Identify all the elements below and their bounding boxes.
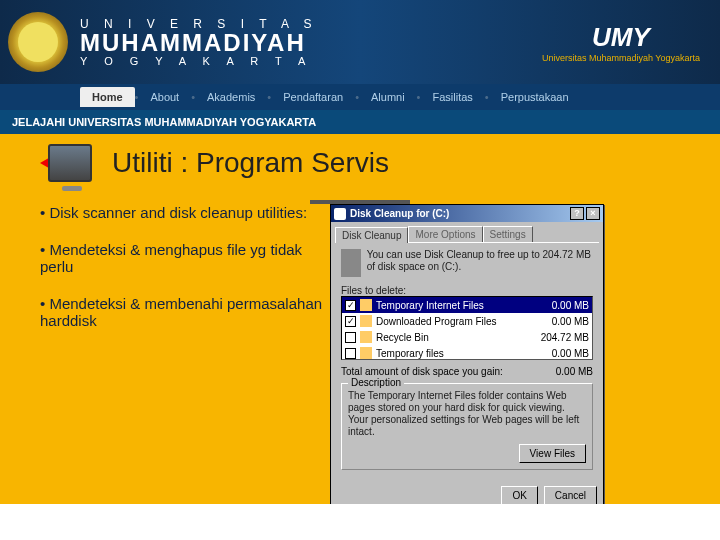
folder-icon (360, 315, 372, 327)
lead-bullet: • Disk scanner and disk cleanup utilitie… (40, 204, 330, 221)
folder-icon (360, 331, 372, 343)
window-title: Disk Cleanup for (C:) (350, 208, 449, 219)
list-item: Recycle Bin 204.72 MB (342, 329, 592, 345)
disk-cleanup-icon (334, 208, 346, 220)
slide-text: • Disk scanner and disk cleanup utilitie… (40, 204, 330, 349)
cancel-button[interactable]: Cancel (544, 486, 597, 505)
close-button[interactable]: × (586, 207, 600, 220)
wordmark: U N I V E R S I T A S MUHAMMADIYAH Y O G… (80, 17, 318, 67)
wordmark-bottom: Y O G Y A K A R T A (80, 55, 318, 67)
nav-about[interactable]: About (138, 91, 191, 103)
ok-button[interactable]: OK (501, 486, 537, 505)
checkbox[interactable] (345, 332, 356, 343)
files-to-delete-label: Files to delete: (341, 285, 593, 296)
tab-more-options[interactable]: More Options (408, 226, 482, 242)
tab-disk-cleanup[interactable]: Disk Cleanup (335, 227, 408, 243)
item-name: Downloaded Program Files (376, 316, 531, 327)
nav-alumni[interactable]: Alumni (359, 91, 417, 103)
item-size: 204.72 MB (531, 332, 589, 343)
files-listbox[interactable]: ✓ Temporary Internet Files 0.00 MB ✓ Dow… (341, 296, 593, 360)
item-name: Recycle Bin (376, 332, 531, 343)
nav-perpustakaan[interactable]: Perpustakaan (489, 91, 581, 103)
tab-panel: You can use Disk Cleanup to free up to 2… (335, 242, 599, 476)
list-item: Temporary files 0.00 MB (342, 345, 592, 360)
checkbox[interactable] (345, 348, 356, 359)
university-logo (8, 12, 68, 72)
bullet-1: Mendeteksi & menghapus file yg tidak per… (40, 241, 330, 275)
page-title: Utiliti : Program Servis (112, 147, 389, 179)
site-header: U N I V E R S I T A S MUHAMMADIYAH Y O G… (0, 0, 720, 84)
titlebar[interactable]: Disk Cleanup for (C:) ? × (331, 205, 603, 222)
total-value: 0.00 MB (556, 366, 593, 377)
drive-icon (341, 249, 361, 277)
footer-whitespace (0, 504, 720, 540)
umy-text: UMY (542, 22, 700, 53)
main-nav: Home •About •Akademis •Pendaftaran •Alum… (0, 84, 720, 110)
item-name: Temporary files (376, 348, 531, 359)
umy-tagline: Universitas Muhammadiyah Yogyakarta (542, 53, 700, 63)
checkbox[interactable]: ✓ (345, 300, 356, 311)
description-text: The Temporary Internet Files folder cont… (348, 390, 586, 438)
checkbox[interactable]: ✓ (345, 316, 356, 327)
list-item: ✓ Temporary Internet Files 0.00 MB (342, 297, 592, 313)
nav-fasilitas[interactable]: Fasilitas (420, 91, 484, 103)
list-item: ✓ Downloaded Program Files 0.00 MB (342, 313, 592, 329)
nav-home-tab[interactable]: Home (80, 87, 135, 107)
folder-icon (360, 347, 372, 359)
disk-cleanup-window: Disk Cleanup for (C:) ? × Disk Cleanup M… (330, 204, 604, 512)
sub-banner: JELAJAHI UNIVERSITAS MUHAMMADIYAH YOGYAK… (0, 110, 720, 134)
help-button[interactable]: ? (570, 207, 584, 220)
monitor-icon (48, 144, 92, 182)
item-size: 0.00 MB (531, 348, 589, 359)
tab-settings[interactable]: Settings (483, 226, 533, 242)
total-label: Total amount of disk space you gain: (341, 366, 503, 377)
wordmark-main: MUHAMMADIYAH (80, 31, 318, 55)
item-size: 0.00 MB (531, 300, 589, 311)
item-name: Temporary Internet Files (376, 300, 531, 311)
description-group-title: Description (348, 377, 404, 388)
description-group: Description The Temporary Internet Files… (341, 383, 593, 470)
nav-akademis[interactable]: Akademis (195, 91, 267, 103)
view-files-button[interactable]: View Files (519, 444, 586, 463)
item-size: 0.00 MB (531, 316, 589, 327)
bullet-2: Mendeteksi & membenahi permasalahan hard… (40, 295, 330, 329)
umy-badge: UMY Universitas Muhammadiyah Yogyakarta (542, 22, 700, 63)
folder-icon (360, 299, 372, 311)
slide-content: Utiliti : Program Servis • Disk scanner … (0, 134, 720, 522)
nav-pendaftaran[interactable]: Pendaftaran (271, 91, 355, 103)
info-text: You can use Disk Cleanup to free up to 2… (367, 249, 593, 277)
